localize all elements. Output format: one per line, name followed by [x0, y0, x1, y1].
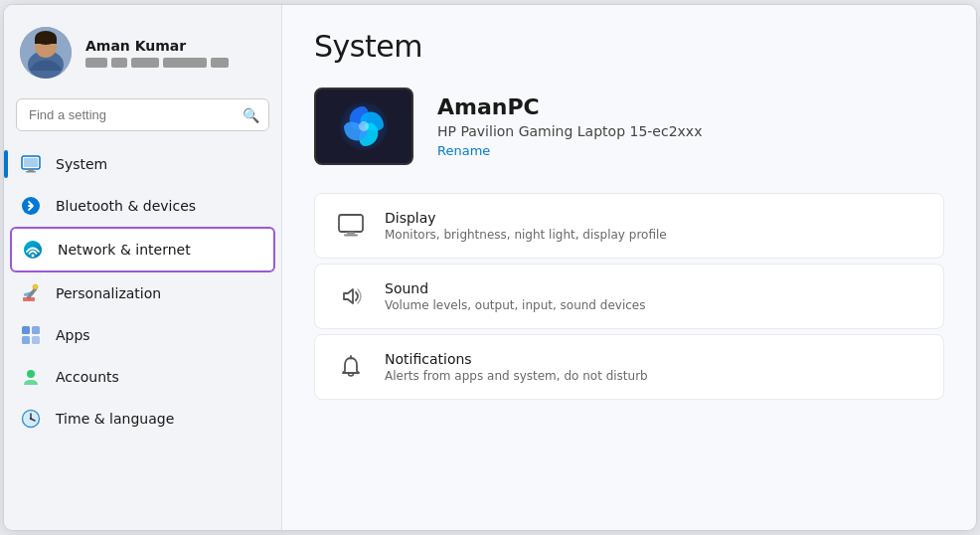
sidebar-item-personalization-label: Personalization	[56, 285, 161, 301]
settings-window: Aman Kumar 🔍 System	[3, 4, 977, 531]
sound-text: Sound Volume levels, output, input, soun…	[385, 280, 645, 312]
dot-4	[163, 58, 207, 68]
sidebar-item-time[interactable]: Time & language	[10, 398, 275, 440]
sidebar-item-system-label: System	[56, 156, 107, 172]
nav-list: System Bluetooth & devices	[4, 143, 281, 530]
sidebar: Aman Kumar 🔍 System	[4, 5, 282, 530]
rename-link[interactable]: Rename	[437, 143, 702, 158]
main-content: System	[282, 5, 976, 530]
pc-name: AmanPC	[437, 94, 702, 119]
sidebar-item-personalization[interactable]: Personalization	[10, 272, 275, 314]
user-info: Aman Kumar	[85, 38, 229, 68]
user-profile: Aman Kumar	[4, 5, 281, 94]
settings-list: Display Monitors, brightness, night ligh…	[314, 193, 944, 404]
settings-card-notifications[interactable]: Notifications Alerts from apps and syste…	[314, 334, 944, 400]
display-desc: Monitors, brightness, night light, displ…	[385, 228, 667, 242]
accounts-icon	[20, 366, 42, 388]
user-name: Aman Kumar	[85, 38, 229, 54]
svg-rect-18	[32, 336, 40, 344]
sidebar-item-accounts[interactable]: Accounts	[10, 356, 275, 398]
pc-model: HP Pavilion Gaming Laptop 15-ec2xxx	[437, 123, 702, 139]
pc-header: AmanPC HP Pavilion Gaming Laptop 15-ec2x…	[314, 88, 944, 165]
personalization-icon	[20, 282, 42, 304]
svg-rect-6	[24, 158, 38, 167]
svg-rect-17	[22, 336, 30, 344]
sound-desc: Volume levels, output, input, sound devi…	[385, 298, 645, 312]
network-icon	[22, 239, 44, 261]
search-input[interactable]	[16, 98, 269, 131]
svg-rect-29	[347, 232, 355, 235]
dot-1	[85, 58, 107, 68]
settings-card-sound[interactable]: Sound Volume levels, output, input, soun…	[314, 264, 944, 329]
notifications-title: Notifications	[385, 351, 648, 367]
svg-rect-16	[32, 326, 40, 334]
apps-icon	[20, 324, 42, 346]
sidebar-item-bluetooth-label: Bluetooth & devices	[56, 198, 196, 214]
notifications-text: Notifications Alerts from apps and syste…	[385, 351, 648, 383]
user-dots	[85, 58, 229, 68]
notifications-desc: Alerts from apps and system, do not dist…	[385, 369, 648, 383]
sidebar-item-apps-label: Apps	[56, 327, 90, 343]
bell-icon	[335, 351, 367, 383]
search-icon: 🔍	[243, 107, 259, 123]
svg-rect-30	[344, 235, 358, 237]
system-icon	[20, 153, 42, 175]
dot-5	[211, 58, 229, 68]
svg-point-14	[33, 284, 38, 289]
svg-rect-28	[339, 215, 363, 232]
display-icon	[335, 210, 367, 242]
sidebar-item-network[interactable]: Network & internet	[10, 227, 275, 272]
pc-thumbnail	[314, 88, 413, 165]
avatar	[20, 27, 72, 79]
sidebar-item-time-label: Time & language	[56, 411, 174, 427]
svg-point-27	[359, 121, 369, 131]
svg-point-19	[27, 370, 35, 378]
dot-3	[131, 58, 159, 68]
svg-rect-8	[26, 171, 36, 173]
time-icon	[20, 408, 42, 430]
sound-icon	[335, 280, 367, 312]
svg-point-24	[30, 418, 32, 420]
sound-title: Sound	[385, 280, 645, 296]
sidebar-item-system[interactable]: System	[10, 143, 275, 185]
sidebar-item-network-label: Network & internet	[58, 242, 191, 258]
pc-info: AmanPC HP Pavilion Gaming Laptop 15-ec2x…	[437, 94, 702, 158]
bluetooth-icon	[20, 195, 42, 217]
display-title: Display	[385, 210, 667, 226]
sidebar-item-apps[interactable]: Apps	[10, 314, 275, 356]
svg-rect-4	[35, 38, 57, 44]
dot-2	[111, 58, 127, 68]
svg-point-11	[32, 255, 35, 258]
page-title: System	[314, 29, 944, 64]
settings-card-display[interactable]: Display Monitors, brightness, night ligh…	[314, 193, 944, 259]
svg-rect-7	[28, 169, 34, 171]
sidebar-item-bluetooth[interactable]: Bluetooth & devices	[10, 185, 275, 227]
display-text: Display Monitors, brightness, night ligh…	[385, 210, 667, 242]
sidebar-item-accounts-label: Accounts	[56, 369, 119, 385]
svg-rect-15	[22, 326, 30, 334]
search-bar: 🔍	[16, 98, 269, 131]
